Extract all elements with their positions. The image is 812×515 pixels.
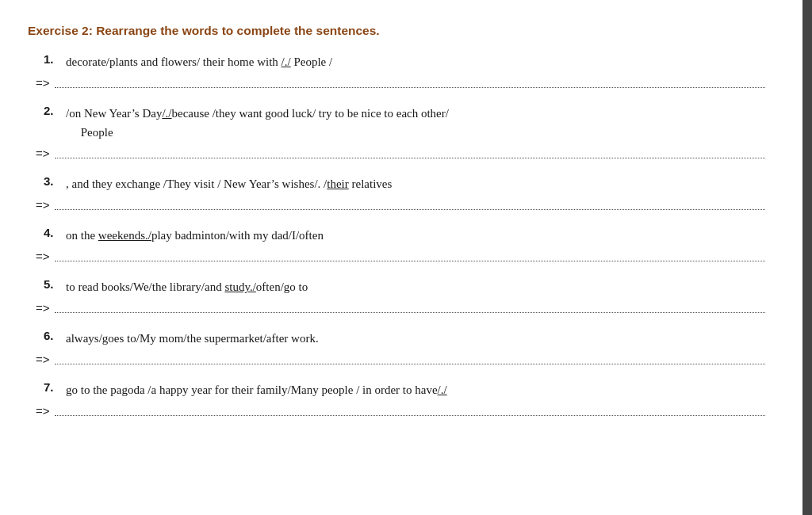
answer-line-6: => [28, 353, 765, 366]
arrow-4: => [36, 250, 50, 263]
underline-3: their [327, 177, 349, 190]
item-number-3: 3. [44, 174, 66, 188]
underline-1: /./ [282, 55, 291, 68]
dots-2 [55, 147, 765, 158]
answer-line-5: => [28, 301, 765, 315]
item-row-1: 1. decorate/plants and flowers/ their ho… [28, 52, 765, 101]
item-number-6: 6. [44, 329, 66, 342]
item-number-7: 7. [44, 380, 66, 394]
item-number-2: 2. [44, 104, 66, 117]
item-question-3: 3. , and they exchange /They visit / New… [28, 174, 765, 193]
underline-7: /./ [438, 383, 447, 396]
item-text-3: , and they exchange /They visit / New Ye… [66, 174, 765, 193]
dots-4 [55, 250, 765, 261]
item-question-7: 7. go to the pagoda /a happy year for th… [28, 380, 765, 399]
arrow-1: => [36, 76, 50, 90]
item-row-3: 3. , and they exchange /They visit / New… [28, 174, 765, 223]
item-text-5: to read books/We/the library/and study./… [66, 277, 765, 296]
item-question-2: 2. /on New Year’s Day/./because /they wa… [28, 104, 765, 142]
right-border [802, 0, 812, 515]
item-question-6: 6. always/goes to/My mom/the supermarket… [28, 329, 765, 348]
underline-4: weekends./ [98, 229, 151, 242]
arrow-5: => [36, 301, 50, 315]
item-row-2: 2. /on New Year’s Day/./because /they wa… [28, 104, 765, 171]
answer-line-1: => [28, 76, 765, 90]
item-text-2: /on New Year’s Day/./because /they want … [66, 104, 765, 142]
item-question-5: 5. to read books/We/the library/and stud… [28, 277, 765, 296]
dots-1 [55, 77, 765, 88]
item-number-5: 5. [44, 277, 66, 291]
answer-line-3: => [28, 198, 765, 212]
underline-5: study./ [224, 280, 255, 293]
item-text-7: go to the pagoda /a happy year for their… [66, 380, 765, 399]
item-row-7: 7. go to the pagoda /a happy year for th… [28, 380, 765, 429]
item-text-6: always/goes to/My mom/the supermarket/af… [66, 329, 765, 348]
item-row-6: 6. always/goes to/My mom/the supermarket… [28, 329, 765, 377]
arrow-3: => [36, 198, 50, 212]
item-row-5: 5. to read books/We/the library/and stud… [28, 277, 765, 326]
dots-7 [55, 405, 765, 416]
dots-6 [55, 353, 765, 364]
arrow-7: => [36, 404, 50, 418]
item-text-4: on the weekends./play badminton/with my … [66, 226, 765, 245]
item-question-1: 1. decorate/plants and flowers/ their ho… [28, 52, 765, 71]
answer-line-2: => [28, 147, 765, 160]
answer-line-7: => [28, 404, 765, 418]
item-text-1: decorate/plants and flowers/ their home … [66, 52, 765, 71]
underline-2: /./ [162, 107, 171, 120]
item-row-4: 4. on the weekends./play badminton/with … [28, 226, 765, 274]
exercise-title: Exercise 2: Rearrange the words to compl… [28, 24, 765, 38]
arrow-6: => [36, 353, 50, 366]
dots-5 [55, 302, 765, 313]
dots-3 [55, 199, 765, 210]
exercise-container: Exercise 2: Rearrange the words to compl… [16, 16, 777, 440]
arrow-2: => [36, 147, 50, 160]
answer-line-4: => [28, 250, 765, 263]
item-question-4: 4. on the weekends./play badminton/with … [28, 226, 765, 245]
item-number-4: 4. [44, 226, 66, 239]
item-number-1: 1. [44, 52, 66, 66]
